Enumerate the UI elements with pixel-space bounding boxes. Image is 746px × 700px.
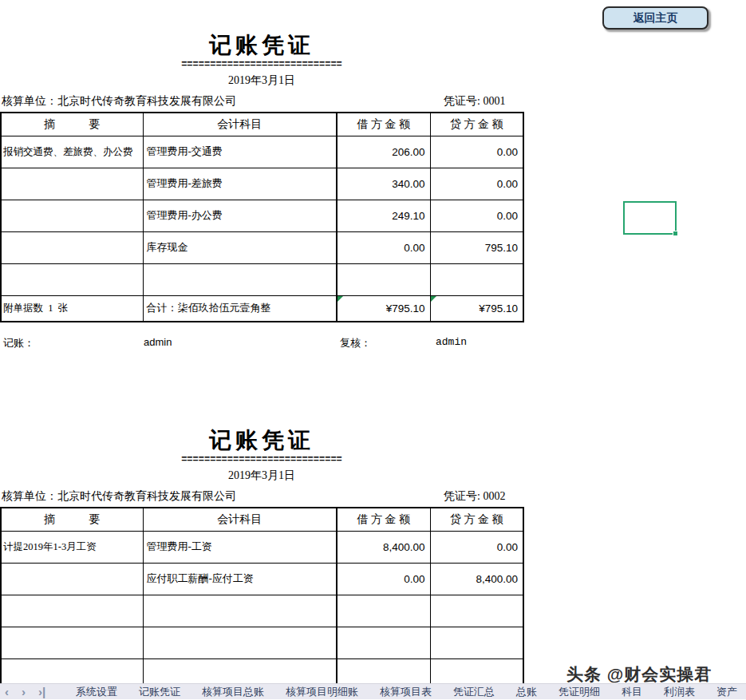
- voucher-title: 记账凭证: [0, 32, 523, 59]
- tab-project-table[interactable]: 核算项目表: [380, 685, 432, 699]
- voucher-table-1: 摘 要 会计科目 借 方 金 额 贷 方 金 额 报销交通费、差旅费、办公费 管…: [0, 112, 524, 322]
- header-debit[interactable]: 借 方 金 额: [337, 508, 430, 531]
- voucher-table-2: 摘 要 会计科目 借 方 金 额 贷 方 金 额 计提2019年1-3月工资 管…: [0, 507, 524, 691]
- reviewer-label: 复核：: [340, 336, 371, 350]
- account-cell[interactable]: 应付职工薪酬-应付工资: [143, 563, 337, 595]
- account-cell[interactable]: 管理费用-办公费: [143, 200, 337, 231]
- account-cell[interactable]: [143, 627, 337, 658]
- tab-assets[interactable]: 资产: [716, 685, 737, 699]
- tab-voucher-detail[interactable]: 凭证明细: [559, 685, 600, 699]
- summary-cell[interactable]: 计提2019年1-3月工资: [1, 531, 143, 563]
- voucher-2: 记账凭证 ============================ 2019年3…: [0, 427, 523, 691]
- title-separator: ============================: [0, 61, 523, 69]
- next-sheet-icon[interactable]: ›: [22, 685, 26, 699]
- debit-cell[interactable]: 249.10: [337, 200, 430, 231]
- credit-cell[interactable]: 8,400.00: [430, 563, 523, 595]
- debit-cell[interactable]: 206.00: [337, 136, 430, 168]
- voucher-date: 2019年3月1日: [0, 73, 523, 88]
- reviewer-name: admin: [436, 336, 467, 348]
- account-cell[interactable]: [143, 263, 337, 295]
- header-summary[interactable]: 摘 要: [1, 113, 143, 136]
- debit-cell[interactable]: 340.00: [337, 168, 430, 200]
- tab-voucher-summary[interactable]: 凭证汇总: [453, 685, 495, 699]
- voucher-1: 记账凭证 ============================ 2019年3…: [0, 32, 523, 350]
- header-credit[interactable]: 贷 方 金 额: [430, 113, 523, 136]
- table-row: 报销交通费、差旅费、办公费 管理费用-交通费 206.00 0.00: [1, 136, 523, 168]
- fill-handle[interactable]: [673, 231, 678, 236]
- header-debit[interactable]: 借 方 金 额: [337, 113, 430, 136]
- total-credit-cell[interactable]: ¥795.10: [430, 295, 523, 322]
- accounting-unit: 核算单位：北京时代传奇教育科技发展有限公司: [2, 94, 236, 109]
- tab-system-settings[interactable]: 系统设置: [76, 685, 117, 699]
- credit-cell[interactable]: 795.10: [430, 231, 523, 263]
- total-row: 附单据数 1 张 合计：柒佰玖拾伍元壹角整 ¥795.10 ¥795.10: [1, 295, 523, 322]
- last-sheet-icon[interactable]: ›|: [38, 685, 45, 699]
- header-summary[interactable]: 摘 要: [1, 508, 143, 531]
- total-label-cell[interactable]: 合计：柒佰玖拾伍元壹角整: [143, 295, 337, 322]
- summary-cell[interactable]: [1, 595, 143, 627]
- table-header-row: 摘 要 会计科目 借 方 金 额 贷 方 金 额: [1, 113, 523, 136]
- summary-cell[interactable]: [1, 263, 143, 295]
- title-separator: ============================: [0, 456, 523, 465]
- bookkeeper-label: 记账：: [3, 336, 34, 350]
- summary-cell[interactable]: [1, 627, 143, 658]
- debit-cell[interactable]: 0.00: [337, 563, 430, 595]
- active-cell-selection[interactable]: [623, 201, 677, 235]
- account-cell[interactable]: 管理费用-差旅费: [143, 168, 337, 200]
- tab-profit-statement[interactable]: 利润表: [664, 685, 695, 699]
- header-account[interactable]: 会计科目: [143, 113, 337, 136]
- summary-cell[interactable]: 报销交通费、差旅费、办公费: [1, 136, 143, 168]
- sheet-tab-bar: ‹ › ›| 系统设置 记账凭证 核算项目总账 核算项目明细账 核算项目表 凭证…: [0, 683, 746, 699]
- tab-subjects[interactable]: 科目: [622, 685, 642, 699]
- debit-cell[interactable]: 0.00: [337, 231, 430, 263]
- table-row: 库存现金 0.00 795.10: [1, 231, 523, 263]
- summary-cell[interactable]: [1, 168, 143, 200]
- summary-cell[interactable]: [1, 200, 143, 231]
- voucher-number: 凭证号: 0001: [444, 94, 505, 109]
- attachment-count-cell[interactable]: 附单据数 1 张: [1, 295, 143, 322]
- header-credit[interactable]: 贷 方 金 额: [430, 508, 523, 531]
- table-row: 应付职工薪酬-应付工资 0.00 8,400.00: [1, 563, 523, 595]
- table-row: [1, 263, 523, 295]
- voucher-date: 2019年3月1日: [0, 469, 523, 483]
- tab-general-ledger[interactable]: 总账: [516, 685, 537, 699]
- account-cell[interactable]: 库存现金: [143, 231, 337, 263]
- credit-cell[interactable]: [430, 627, 523, 658]
- account-cell[interactable]: 管理费用-工资: [143, 531, 337, 563]
- account-cell[interactable]: [143, 595, 337, 627]
- tab-voucher[interactable]: 记账凭证: [139, 685, 180, 699]
- debit-cell[interactable]: [337, 595, 430, 627]
- credit-cell[interactable]: 0.00: [430, 136, 523, 168]
- error-indicator-icon: [337, 296, 343, 302]
- error-indicator-icon: [431, 296, 436, 302]
- bookkeeper-name: admin: [144, 336, 172, 348]
- header-account[interactable]: 会计科目: [143, 508, 337, 531]
- credit-cell[interactable]: [430, 595, 523, 627]
- table-header-row: 摘 要 会计科目 借 方 金 额 贷 方 金 额: [1, 508, 523, 531]
- voucher-title: 记账凭证: [0, 427, 523, 454]
- debit-cell[interactable]: [337, 263, 430, 295]
- credit-cell[interactable]: 0.00: [430, 200, 523, 231]
- return-home-button[interactable]: 返回主页: [602, 6, 709, 30]
- sheet-nav: ‹ › ›|: [0, 685, 76, 699]
- table-row: [1, 627, 523, 658]
- account-cell[interactable]: 管理费用-交通费: [143, 136, 337, 168]
- credit-cell[interactable]: [430, 263, 523, 295]
- tab-project-detail-ledger[interactable]: 核算项目明细账: [286, 685, 358, 699]
- table-row: 管理费用-办公费 249.10 0.00: [1, 200, 523, 231]
- voucher-number: 凭证号: 0002: [444, 489, 505, 504]
- prev-sheet-icon[interactable]: ‹: [5, 685, 9, 699]
- table-row: [1, 595, 523, 627]
- summary-cell[interactable]: [1, 231, 143, 263]
- credit-cell[interactable]: 0.00: [430, 531, 523, 563]
- debit-cell[interactable]: 8,400.00: [337, 531, 430, 563]
- debit-cell[interactable]: [337, 627, 430, 658]
- accounting-unit: 核算单位：北京时代传奇教育科技发展有限公司: [2, 489, 236, 504]
- total-debit-cell[interactable]: ¥795.10: [337, 295, 430, 322]
- sheet-tabs: 系统设置 记账凭证 核算项目总账 核算项目明细账 核算项目表 凭证汇总 总账 凭…: [76, 685, 737, 699]
- credit-cell[interactable]: 0.00: [430, 168, 523, 200]
- table-row: 计提2019年1-3月工资 管理费用-工资 8,400.00 0.00: [1, 531, 523, 563]
- summary-cell[interactable]: [1, 563, 143, 595]
- tab-project-general-ledger[interactable]: 核算项目总账: [202, 685, 264, 699]
- watermark-text: 头条 @财会实操君: [566, 663, 712, 686]
